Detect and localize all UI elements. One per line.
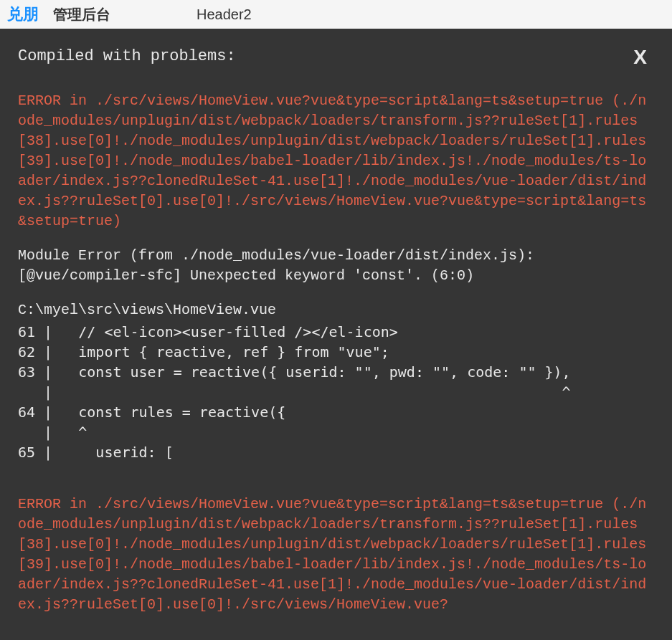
close-button[interactable]: X [633, 43, 654, 71]
error-message-2: ERROR in ./src/views/HomeView.vue?vue&ty… [18, 495, 654, 615]
webpack-error-overlay: Compiled with problems: X ERROR in ./src… [0, 29, 672, 640]
compiled-problems-title: Compiled with problems: [18, 46, 236, 68]
code-snippet: 61 | // <el-icon><user-filled /></el-ico… [18, 322, 654, 462]
error-message-1: ERROR in ./src/views/HomeView.vue?vue&ty… [18, 91, 654, 231]
background-app-header: 兑朋 管理后台 Header2 [0, 0, 672, 29]
module-error-block: Module Error (from ./node_modules/vue-lo… [18, 246, 654, 286]
overlay-header-row: Compiled with problems: X [18, 43, 654, 71]
background-logo-cn: 管理后台 [53, 5, 110, 24]
file-path: C:\myel\src\views\HomeView.vue [18, 300, 654, 320]
module-error-line1: Module Error (from ./node_modules/vue-lo… [18, 246, 654, 266]
background-header2-label: Header2 [197, 6, 252, 23]
background-logo: 兑朋 [7, 4, 39, 25]
module-error-line2: [@vue/compiler-sfc] Unexpected keyword '… [18, 266, 654, 286]
